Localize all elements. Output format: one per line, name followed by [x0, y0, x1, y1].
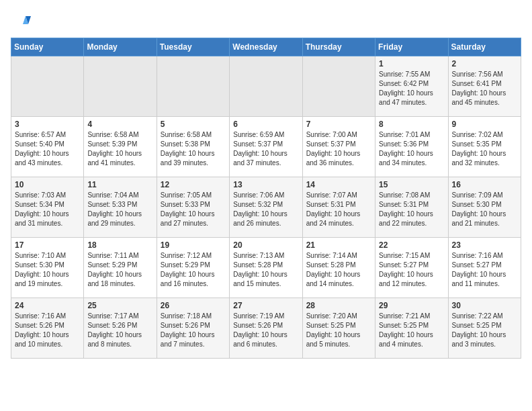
calendar-cell: [157, 56, 229, 117]
calendar-cell: 27Sunrise: 7:19 AM Sunset: 5:26 PM Dayli…: [230, 298, 302, 359]
day-info: Sunrise: 7:06 AM Sunset: 5:32 PM Dayligh…: [233, 191, 298, 228]
day-info: Sunrise: 7:18 AM Sunset: 5:26 PM Dayligh…: [161, 312, 226, 349]
week-row-3: 10Sunrise: 7:03 AM Sunset: 5:34 PM Dayli…: [11, 177, 521, 238]
weekday-header-monday: Monday: [84, 38, 157, 56]
calendar-cell: 29Sunrise: 7:21 AM Sunset: 5:25 PM Dayli…: [375, 298, 448, 359]
day-number: 7: [306, 120, 371, 129]
day-number: 24: [15, 301, 80, 310]
calendar-cell: 30Sunrise: 7:22 AM Sunset: 5:25 PM Dayli…: [448, 298, 521, 359]
day-info: Sunrise: 6:58 AM Sunset: 5:39 PM Dayligh…: [87, 130, 152, 168]
day-number: 15: [379, 180, 444, 189]
calendar-cell: [11, 56, 84, 117]
calendar-cell: 15Sunrise: 7:08 AM Sunset: 5:31 PM Dayli…: [375, 177, 448, 238]
calendar-cell: 5Sunrise: 6:58 AM Sunset: 5:38 PM Daylig…: [157, 117, 229, 177]
day-number: 27: [233, 301, 298, 310]
calendar-cell: 23Sunrise: 7:16 AM Sunset: 5:27 PM Dayli…: [448, 238, 521, 298]
day-info: Sunrise: 6:57 AM Sunset: 5:40 PM Dayligh…: [15, 130, 80, 168]
day-info: Sunrise: 7:16 AM Sunset: 5:26 PM Dayligh…: [15, 312, 80, 349]
day-info: Sunrise: 7:12 AM Sunset: 5:29 PM Dayligh…: [161, 251, 226, 289]
calendar-cell: [84, 56, 157, 117]
day-info: Sunrise: 7:17 AM Sunset: 5:26 PM Dayligh…: [87, 312, 152, 349]
day-number: 1: [379, 59, 444, 68]
day-number: 23: [452, 240, 517, 250]
calendar-cell: 14Sunrise: 7:07 AM Sunset: 5:31 PM Dayli…: [302, 177, 375, 238]
header: [11, 11, 521, 31]
day-info: Sunrise: 7:11 AM Sunset: 5:29 PM Dayligh…: [87, 251, 152, 289]
week-row-1: 1Sunrise: 7:55 AM Sunset: 6:42 PM Daylig…: [11, 56, 521, 117]
day-number: 3: [15, 120, 80, 129]
day-number: 29: [379, 301, 444, 310]
weekday-header-friday: Friday: [375, 38, 448, 56]
calendar-cell: 17Sunrise: 7:10 AM Sunset: 5:30 PM Dayli…: [11, 238, 84, 298]
logo-icon: [11, 11, 31, 31]
calendar-cell: 18Sunrise: 7:11 AM Sunset: 5:29 PM Dayli…: [84, 238, 157, 298]
day-info: Sunrise: 7:16 AM Sunset: 5:27 PM Dayligh…: [452, 251, 517, 289]
day-number: 4: [87, 120, 152, 129]
day-info: Sunrise: 7:56 AM Sunset: 6:41 PM Dayligh…: [452, 70, 517, 107]
calendar-cell: 13Sunrise: 7:06 AM Sunset: 5:32 PM Dayli…: [230, 177, 302, 238]
day-info: Sunrise: 7:02 AM Sunset: 5:35 PM Dayligh…: [452, 130, 517, 168]
day-number: 8: [379, 120, 444, 129]
day-number: 25: [87, 301, 152, 310]
week-row-4: 17Sunrise: 7:10 AM Sunset: 5:30 PM Dayli…: [11, 238, 521, 298]
weekday-header-sunday: Sunday: [11, 38, 84, 56]
day-info: Sunrise: 7:19 AM Sunset: 5:26 PM Dayligh…: [233, 312, 298, 349]
calendar-cell: 24Sunrise: 7:16 AM Sunset: 5:26 PM Dayli…: [11, 298, 84, 359]
day-info: Sunrise: 7:08 AM Sunset: 5:31 PM Dayligh…: [379, 191, 444, 228]
calendar-cell: [230, 56, 302, 117]
calendar-cell: 28Sunrise: 7:20 AM Sunset: 5:25 PM Dayli…: [302, 298, 375, 359]
day-number: 13: [233, 180, 298, 189]
logo: [11, 11, 34, 31]
day-number: 19: [161, 240, 226, 250]
calendar-cell: 9Sunrise: 7:02 AM Sunset: 5:35 PM Daylig…: [448, 117, 521, 177]
day-number: 11: [87, 180, 152, 189]
day-number: 9: [452, 120, 517, 129]
weekday-header-row: SundayMondayTuesdayWednesdayThursdayFrid…: [11, 38, 521, 56]
calendar-cell: 12Sunrise: 7:05 AM Sunset: 5:33 PM Dayli…: [157, 177, 229, 238]
week-row-2: 3Sunrise: 6:57 AM Sunset: 5:40 PM Daylig…: [11, 117, 521, 177]
calendar-cell: 26Sunrise: 7:18 AM Sunset: 5:26 PM Dayli…: [157, 298, 229, 359]
calendar-cell: 4Sunrise: 6:58 AM Sunset: 5:39 PM Daylig…: [84, 117, 157, 177]
day-number: 6: [233, 120, 298, 129]
day-info: Sunrise: 7:20 AM Sunset: 5:25 PM Dayligh…: [306, 312, 371, 349]
day-number: 18: [87, 240, 152, 250]
calendar-cell: 11Sunrise: 7:04 AM Sunset: 5:33 PM Dayli…: [84, 177, 157, 238]
day-number: 5: [161, 120, 226, 129]
day-info: Sunrise: 7:55 AM Sunset: 6:42 PM Dayligh…: [379, 70, 444, 107]
day-number: 17: [15, 240, 80, 250]
weekday-header-thursday: Thursday: [302, 38, 375, 56]
day-number: 30: [452, 301, 517, 310]
day-info: Sunrise: 7:07 AM Sunset: 5:31 PM Dayligh…: [306, 191, 371, 228]
day-number: 14: [306, 180, 371, 189]
calendar-cell: 20Sunrise: 7:13 AM Sunset: 5:28 PM Dayli…: [230, 238, 302, 298]
weekday-header-wednesday: Wednesday: [230, 38, 302, 56]
day-info: Sunrise: 7:13 AM Sunset: 5:28 PM Dayligh…: [233, 251, 298, 289]
calendar-cell: 7Sunrise: 7:00 AM Sunset: 5:37 PM Daylig…: [302, 117, 375, 177]
day-info: Sunrise: 7:10 AM Sunset: 5:30 PM Dayligh…: [15, 251, 80, 289]
calendar-cell: 1Sunrise: 7:55 AM Sunset: 6:42 PM Daylig…: [375, 56, 448, 117]
calendar-cell: 6Sunrise: 6:59 AM Sunset: 5:37 PM Daylig…: [230, 117, 302, 177]
day-info: Sunrise: 7:05 AM Sunset: 5:33 PM Dayligh…: [161, 191, 226, 228]
day-info: Sunrise: 7:01 AM Sunset: 5:36 PM Dayligh…: [379, 130, 444, 168]
day-number: 21: [306, 240, 371, 250]
day-number: 28: [306, 301, 371, 310]
weekday-header-tuesday: Tuesday: [157, 38, 229, 56]
day-number: 16: [452, 180, 517, 189]
day-number: 10: [15, 180, 80, 189]
week-row-5: 24Sunrise: 7:16 AM Sunset: 5:26 PM Dayli…: [11, 298, 521, 359]
calendar-cell: [302, 56, 375, 117]
day-info: Sunrise: 7:09 AM Sunset: 5:30 PM Dayligh…: [452, 191, 517, 228]
day-number: 12: [161, 180, 226, 189]
calendar-cell: 16Sunrise: 7:09 AM Sunset: 5:30 PM Dayli…: [448, 177, 521, 238]
day-info: Sunrise: 7:04 AM Sunset: 5:33 PM Dayligh…: [87, 191, 152, 228]
calendar-cell: 21Sunrise: 7:14 AM Sunset: 5:28 PM Dayli…: [302, 238, 375, 298]
day-info: Sunrise: 6:58 AM Sunset: 5:38 PM Dayligh…: [161, 130, 226, 168]
calendar-cell: 8Sunrise: 7:01 AM Sunset: 5:36 PM Daylig…: [375, 117, 448, 177]
day-info: Sunrise: 7:22 AM Sunset: 5:25 PM Dayligh…: [452, 312, 517, 349]
day-info: Sunrise: 7:00 AM Sunset: 5:37 PM Dayligh…: [306, 130, 371, 168]
weekday-header-saturday: Saturday: [448, 38, 521, 56]
day-number: 26: [161, 301, 226, 310]
calendar-table: SundayMondayTuesdayWednesdayThursdayFrid…: [11, 38, 521, 359]
calendar-cell: 3Sunrise: 6:57 AM Sunset: 5:40 PM Daylig…: [11, 117, 84, 177]
calendar-cell: 25Sunrise: 7:17 AM Sunset: 5:26 PM Dayli…: [84, 298, 157, 359]
